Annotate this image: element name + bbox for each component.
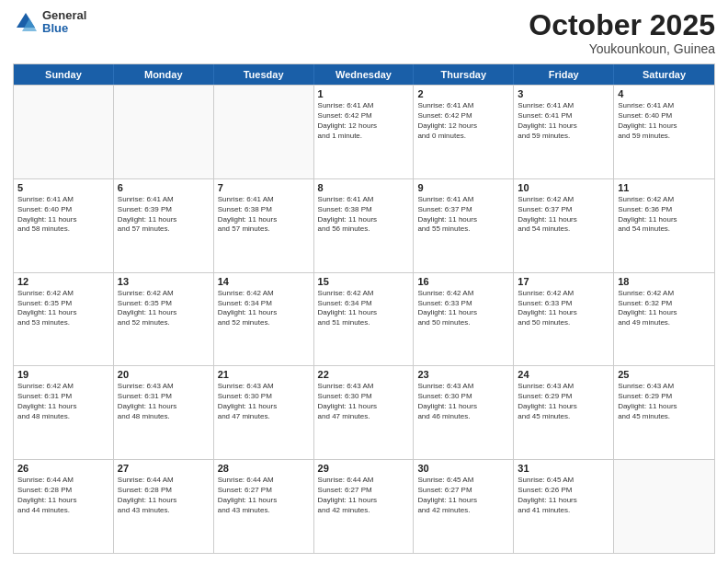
calendar-day: 27Sunrise: 6:44 AM Sunset: 6:28 PM Dayli… bbox=[114, 460, 214, 553]
calendar-day: 8Sunrise: 6:41 AM Sunset: 6:38 PM Daylig… bbox=[314, 179, 415, 272]
day-info: Sunrise: 6:45 AM Sunset: 6:27 PM Dayligh… bbox=[417, 476, 509, 515]
calendar-header: SundayMondayTuesdayWednesdayThursdayFrid… bbox=[14, 64, 714, 85]
day-info: Sunrise: 6:44 AM Sunset: 6:27 PM Dayligh… bbox=[218, 476, 310, 515]
calendar-row: 19Sunrise: 6:42 AM Sunset: 6:31 PM Dayli… bbox=[14, 365, 714, 459]
day-info: Sunrise: 6:41 AM Sunset: 6:39 PM Dayligh… bbox=[118, 195, 210, 235]
day-info: Sunrise: 6:43 AM Sunset: 6:30 PM Dayligh… bbox=[318, 382, 410, 421]
weekday-header: Sunday bbox=[14, 64, 114, 85]
day-number: 28 bbox=[218, 463, 310, 474]
calendar-day: 29Sunrise: 6:44 AM Sunset: 6:27 PM Dayli… bbox=[314, 460, 415, 553]
day-info: Sunrise: 6:42 AM Sunset: 6:31 PM Dayligh… bbox=[17, 382, 109, 421]
day-number: 31 bbox=[518, 463, 609, 474]
day-info: Sunrise: 6:41 AM Sunset: 6:40 PM Dayligh… bbox=[618, 101, 711, 141]
calendar-day: 30Sunrise: 6:45 AM Sunset: 6:27 PM Dayli… bbox=[414, 460, 514, 553]
calendar-day: 19Sunrise: 6:42 AM Sunset: 6:31 PM Dayli… bbox=[14, 366, 114, 459]
day-number: 30 bbox=[417, 463, 509, 474]
day-number: 13 bbox=[118, 276, 210, 287]
day-number: 15 bbox=[318, 276, 410, 287]
day-info: Sunrise: 6:43 AM Sunset: 6:31 PM Dayligh… bbox=[118, 382, 210, 421]
calendar: SundayMondayTuesdayWednesdayThursdayFrid… bbox=[13, 63, 715, 554]
calendar-empty-day bbox=[14, 86, 114, 178]
weekday-header: Monday bbox=[114, 64, 214, 85]
day-info: Sunrise: 6:41 AM Sunset: 6:40 PM Dayligh… bbox=[17, 195, 109, 235]
day-info: Sunrise: 6:44 AM Sunset: 6:27 PM Dayligh… bbox=[318, 476, 410, 515]
day-info: Sunrise: 6:42 AM Sunset: 6:34 PM Dayligh… bbox=[218, 289, 310, 328]
day-number: 27 bbox=[118, 463, 210, 474]
day-info: Sunrise: 6:44 AM Sunset: 6:28 PM Dayligh… bbox=[118, 476, 210, 515]
day-number: 12 bbox=[17, 276, 109, 287]
day-info: Sunrise: 6:44 AM Sunset: 6:28 PM Dayligh… bbox=[17, 476, 109, 515]
calendar-day: 6Sunrise: 6:41 AM Sunset: 6:39 PM Daylig… bbox=[114, 179, 214, 272]
day-number: 8 bbox=[318, 182, 410, 193]
weekday-header: Thursday bbox=[414, 64, 514, 85]
day-info: Sunrise: 6:42 AM Sunset: 6:33 PM Dayligh… bbox=[417, 289, 509, 328]
day-info: Sunrise: 6:41 AM Sunset: 6:41 PM Dayligh… bbox=[518, 101, 609, 141]
day-number: 14 bbox=[218, 276, 310, 287]
title-block: October 2025 Youkounkoun, Guinea bbox=[529, 9, 715, 56]
day-info: Sunrise: 6:43 AM Sunset: 6:29 PM Dayligh… bbox=[618, 382, 711, 421]
day-number: 21 bbox=[218, 369, 310, 380]
day-number: 7 bbox=[218, 182, 310, 193]
day-info: Sunrise: 6:43 AM Sunset: 6:30 PM Dayligh… bbox=[417, 382, 509, 421]
weekday-header: Tuesday bbox=[214, 64, 314, 85]
day-info: Sunrise: 6:41 AM Sunset: 6:42 PM Dayligh… bbox=[417, 101, 509, 141]
weekday-header: Saturday bbox=[614, 64, 714, 85]
calendar-day: 21Sunrise: 6:43 AM Sunset: 6:30 PM Dayli… bbox=[214, 366, 314, 459]
location-title: Youkounkoun, Guinea bbox=[529, 41, 715, 56]
calendar-day: 2Sunrise: 6:41 AM Sunset: 6:42 PM Daylig… bbox=[414, 86, 514, 178]
day-info: Sunrise: 6:42 AM Sunset: 6:34 PM Dayligh… bbox=[318, 289, 410, 328]
weekday-header: Friday bbox=[514, 64, 614, 85]
page: General Blue October 2025 Youkounkoun, G… bbox=[0, 0, 728, 563]
day-number: 29 bbox=[318, 463, 410, 474]
day-number: 16 bbox=[417, 276, 509, 287]
day-info: Sunrise: 6:42 AM Sunset: 6:37 PM Dayligh… bbox=[518, 195, 609, 235]
day-number: 2 bbox=[417, 88, 509, 99]
day-info: Sunrise: 6:42 AM Sunset: 6:35 PM Dayligh… bbox=[118, 289, 210, 328]
day-number: 26 bbox=[17, 463, 109, 474]
day-info: Sunrise: 6:41 AM Sunset: 6:42 PM Dayligh… bbox=[318, 101, 410, 141]
calendar-day: 9Sunrise: 6:41 AM Sunset: 6:37 PM Daylig… bbox=[414, 179, 514, 272]
calendar-day: 25Sunrise: 6:43 AM Sunset: 6:29 PM Dayli… bbox=[614, 366, 714, 459]
calendar-body: 1Sunrise: 6:41 AM Sunset: 6:42 PM Daylig… bbox=[14, 85, 714, 553]
day-number: 20 bbox=[118, 369, 210, 380]
calendar-row: 12Sunrise: 6:42 AM Sunset: 6:35 PM Dayli… bbox=[14, 272, 714, 366]
calendar-day: 13Sunrise: 6:42 AM Sunset: 6:35 PM Dayli… bbox=[114, 273, 214, 366]
day-info: Sunrise: 6:41 AM Sunset: 6:38 PM Dayligh… bbox=[218, 195, 310, 235]
day-info: Sunrise: 6:42 AM Sunset: 6:33 PM Dayligh… bbox=[518, 289, 609, 328]
calendar-day: 14Sunrise: 6:42 AM Sunset: 6:34 PM Dayli… bbox=[214, 273, 314, 366]
day-number: 5 bbox=[17, 182, 109, 193]
logo-text: General Blue bbox=[42, 9, 86, 36]
day-number: 11 bbox=[618, 182, 711, 193]
logo-blue: Blue bbox=[42, 22, 86, 35]
calendar-day: 16Sunrise: 6:42 AM Sunset: 6:33 PM Dayli… bbox=[414, 273, 514, 366]
day-info: Sunrise: 6:43 AM Sunset: 6:30 PM Dayligh… bbox=[218, 382, 310, 421]
month-title: October 2025 bbox=[529, 9, 715, 41]
logo-icon bbox=[13, 9, 39, 35]
calendar-day: 5Sunrise: 6:41 AM Sunset: 6:40 PM Daylig… bbox=[14, 179, 114, 272]
day-info: Sunrise: 6:41 AM Sunset: 6:38 PM Dayligh… bbox=[318, 195, 410, 235]
day-info: Sunrise: 6:41 AM Sunset: 6:37 PM Dayligh… bbox=[417, 195, 509, 235]
calendar-day: 1Sunrise: 6:41 AM Sunset: 6:42 PM Daylig… bbox=[314, 86, 415, 178]
calendar-row: 5Sunrise: 6:41 AM Sunset: 6:40 PM Daylig… bbox=[14, 178, 714, 272]
day-info: Sunrise: 6:42 AM Sunset: 6:35 PM Dayligh… bbox=[17, 289, 109, 328]
day-info: Sunrise: 6:45 AM Sunset: 6:26 PM Dayligh… bbox=[518, 476, 609, 515]
calendar-day: 31Sunrise: 6:45 AM Sunset: 6:26 PM Dayli… bbox=[514, 460, 614, 553]
day-number: 6 bbox=[118, 182, 210, 193]
day-number: 25 bbox=[618, 369, 711, 380]
calendar-day: 26Sunrise: 6:44 AM Sunset: 6:28 PM Dayli… bbox=[14, 460, 114, 553]
calendar-day: 15Sunrise: 6:42 AM Sunset: 6:34 PM Dayli… bbox=[314, 273, 415, 366]
day-number: 24 bbox=[518, 369, 609, 380]
calendar-day: 17Sunrise: 6:42 AM Sunset: 6:33 PM Dayli… bbox=[514, 273, 614, 366]
calendar-day: 22Sunrise: 6:43 AM Sunset: 6:30 PM Dayli… bbox=[314, 366, 415, 459]
calendar-day: 7Sunrise: 6:41 AM Sunset: 6:38 PM Daylig… bbox=[214, 179, 314, 272]
day-number: 18 bbox=[618, 276, 711, 287]
day-number: 1 bbox=[318, 88, 410, 99]
calendar-day: 12Sunrise: 6:42 AM Sunset: 6:35 PM Dayli… bbox=[14, 273, 114, 366]
day-number: 3 bbox=[518, 88, 609, 99]
calendar-empty-day bbox=[214, 86, 314, 178]
day-number: 9 bbox=[417, 182, 509, 193]
day-number: 19 bbox=[17, 369, 109, 380]
calendar-row: 26Sunrise: 6:44 AM Sunset: 6:28 PM Dayli… bbox=[14, 459, 714, 553]
day-info: Sunrise: 6:42 AM Sunset: 6:32 PM Dayligh… bbox=[618, 289, 711, 328]
day-number: 17 bbox=[518, 276, 609, 287]
